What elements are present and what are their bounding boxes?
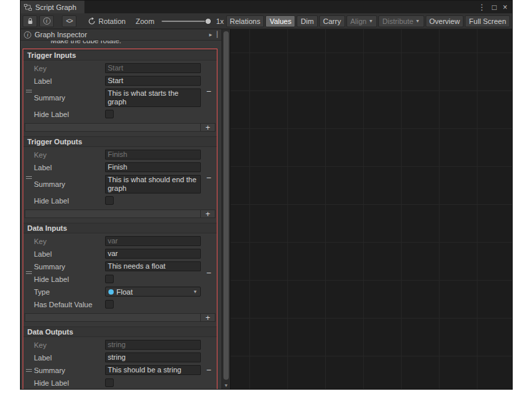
code-view-button[interactable]: <>: [62, 15, 76, 27]
maximize-icon[interactable]: □: [492, 3, 497, 11]
graph-canvas[interactable]: [230, 29, 512, 389]
row-has-default-value: Has Default Value: [34, 298, 201, 311]
drag-handle-icon[interactable]: [26, 176, 32, 179]
key-field: Start: [105, 63, 201, 73]
window-content: i Graph Inspector ▸▕ Make the cube rotat…: [21, 29, 512, 389]
row-key: Keyvar: [34, 235, 201, 247]
hide-label-checkbox[interactable]: [105, 110, 114, 118]
window-controls: ⋮ □ ×: [478, 1, 512, 13]
row-label: Labelstring: [34, 351, 201, 364]
row-hide-label: Hide Label: [34, 376, 201, 389]
toolbar-button-align[interactable]: Align▼: [346, 15, 377, 27]
label-field[interactable]: string: [105, 352, 201, 362]
type-dropdown[interactable]: Float▼: [105, 287, 201, 297]
row-label: Label: [34, 164, 105, 172]
summary-field[interactable]: This is what should end the graph: [105, 175, 201, 194]
add-item-button[interactable]: +: [200, 124, 215, 131]
row-summary: SummaryThis is what should end the graph: [34, 174, 201, 194]
row-label: Summary: [34, 263, 105, 271]
summary-field[interactable]: This needs a float: [105, 261, 201, 271]
row-hide-label: Hide Label: [34, 273, 201, 285]
list-item: KeystringLabelstringSummaryThis should b…: [23, 337, 217, 389]
tab-label: Script Graph: [35, 3, 76, 11]
chevron-down-icon: ▼: [368, 19, 373, 23]
toolbar-button-label: Relations: [230, 17, 261, 25]
toolbar-button-carry[interactable]: Carry: [319, 15, 345, 27]
row-label: Hide Label: [34, 110, 105, 118]
rotation-label: Rotation: [98, 17, 126, 25]
remove-item-button[interactable]: −: [206, 174, 211, 182]
row-label: Summary: [34, 180, 105, 188]
hide-label-checkbox[interactable]: [105, 275, 114, 283]
rotation-control[interactable]: Rotation: [88, 17, 126, 25]
list-footer: +: [25, 313, 215, 322]
scrollbar-thumb[interactable]: [223, 31, 229, 380]
list-item: KeyvarLabelvarSummaryThis needs a floatH…: [23, 233, 217, 312]
tab-script-graph[interactable]: Script Graph: [21, 1, 84, 13]
dock-icon[interactable]: ▸▕: [209, 31, 218, 38]
toolbar-button-values[interactable]: Values: [265, 15, 295, 27]
zoom-slider-knob[interactable]: [205, 18, 211, 25]
lock-button[interactable]: [23, 15, 37, 27]
toolbar-buttons: RelationsValuesDimCarryAlign▼Distribute▼…: [226, 15, 510, 27]
drag-handle-icon[interactable]: [26, 271, 32, 274]
key-field: var: [105, 236, 201, 246]
section-trigger-inputs: Trigger InputsKeyStartLabelStartSummaryT…: [23, 50, 217, 132]
label-field[interactable]: Finish: [105, 162, 201, 172]
row-summary: SummaryThis needs a float: [34, 260, 201, 273]
zoom-slider[interactable]: [162, 21, 208, 22]
remove-item-button[interactable]: −: [206, 269, 211, 277]
row-label: Label: [34, 77, 105, 85]
row-label: Summary: [34, 366, 105, 374]
toolbar: i <> Rotation Zoom 1x RelationsValuesDim…: [21, 13, 512, 29]
row-label: Key: [34, 237, 105, 245]
row-key: Keystring: [34, 338, 201, 351]
label-field[interactable]: Start: [105, 76, 201, 86]
toolbar-button-label: Overview: [430, 17, 460, 25]
toolbar-button-full-screen[interactable]: Full Screen: [465, 15, 510, 27]
drag-handle-icon[interactable]: [26, 90, 32, 92]
drag-handle-icon[interactable]: [26, 369, 32, 372]
row-label: Hide Label: [34, 275, 105, 283]
row-label: Label: [34, 354, 105, 362]
summary-field[interactable]: This is what starts the graph: [105, 88, 201, 107]
row-label: Summary: [34, 94, 105, 102]
dropdown-value: Float: [116, 288, 132, 296]
row-label: Has Default Value: [34, 301, 105, 309]
inspector-body: Make the cube rotate. Trigger InputsKeyS…: [21, 41, 221, 389]
remove-item-button[interactable]: −: [206, 366, 211, 374]
toolbar-button-overview[interactable]: Overview: [426, 15, 464, 27]
list-item: KeyStartLabelStartSummaryThis is what st…: [23, 61, 217, 122]
row-label: Labelvar: [34, 247, 201, 260]
scroll-down-icon[interactable]: ▼: [222, 382, 230, 389]
label-field[interactable]: var: [105, 249, 201, 259]
zoom-label: Zoom: [136, 17, 154, 25]
row-hide-label: Hide Label: [34, 108, 201, 120]
row-label: Type: [34, 288, 105, 296]
section-title: Data Inputs: [23, 223, 217, 233]
close-icon[interactable]: ×: [503, 3, 507, 11]
has-default-value-checkbox[interactable]: [105, 300, 114, 309]
remove-item-button[interactable]: −: [206, 87, 211, 96]
hide-label-checkbox[interactable]: [105, 378, 114, 387]
summary-field[interactable]: This should be a string: [105, 365, 201, 375]
toolbar-button-relations[interactable]: Relations: [226, 15, 265, 27]
vertical-scrollbar[interactable]: ▼: [221, 29, 230, 389]
menu-icon[interactable]: ⋮: [478, 3, 486, 11]
toolbar-button-label: Full Screen: [469, 17, 506, 25]
lock-icon: [27, 18, 33, 25]
toolbar-button-distribute[interactable]: Distribute▼: [378, 15, 424, 27]
add-item-button[interactable]: +: [200, 314, 215, 321]
unity-window: Script Graph ⋮ □ × i <> Rotation Zoom 1x…: [20, 0, 513, 390]
info-button[interactable]: i: [39, 15, 54, 27]
add-item-button[interactable]: +: [200, 210, 215, 217]
zoom-value: 1x: [216, 17, 224, 25]
toolbar-button-dim[interactable]: Dim: [297, 15, 318, 27]
row-type: TypeFloat▼: [34, 285, 201, 298]
key-field: string: [105, 340, 201, 350]
section-data-outputs: Data OutputsKeystringLabelstringSummaryT…: [23, 327, 217, 389]
key-field: Finish: [105, 150, 201, 160]
row-label: Key: [34, 65, 105, 72]
hide-label-checkbox[interactable]: [105, 196, 114, 205]
row-label: Hide Label: [34, 197, 105, 205]
